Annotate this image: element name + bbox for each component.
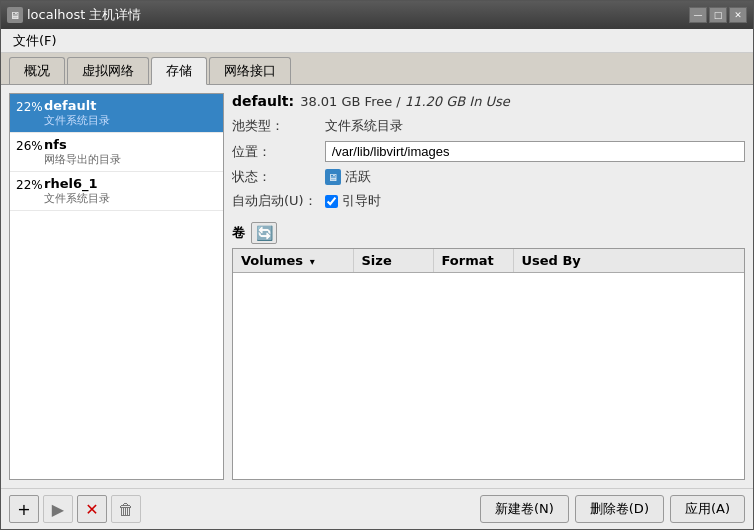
- main-window: 🖥 localhost 主机详情 — □ ✕ 文件(F) 概况 虚拟网络 存储 …: [0, 0, 754, 530]
- volumes-header: 卷 🔄: [232, 222, 745, 244]
- apply-button[interactable]: 应用(A): [670, 495, 745, 523]
- pool-name-nfs: nfs: [44, 137, 217, 152]
- table-header-row: Volumes ▾ Size Format Used: [233, 249, 744, 273]
- pool-pct-nfs: 26%: [16, 137, 44, 153]
- pool-type-default: 文件系统目录: [44, 113, 217, 128]
- minimize-button[interactable]: —: [689, 7, 707, 23]
- detail-pool-name: default:: [232, 93, 294, 109]
- close-button[interactable]: ✕: [729, 7, 747, 23]
- pool-item-default[interactable]: 22% default 文件系统目录: [10, 94, 223, 133]
- maximize-button[interactable]: □: [709, 7, 727, 23]
- menubar: 文件(F): [1, 29, 753, 53]
- pool-type-nfs: 网络导出的目录: [44, 152, 217, 167]
- tab-virtual-network[interactable]: 虚拟网络: [67, 57, 149, 84]
- bottom-left-buttons: + ▶ ✕ 🗑: [9, 495, 141, 523]
- pool-type-value: 文件系统目录: [325, 117, 745, 135]
- sort-arrow-volumes: ▾: [310, 256, 315, 267]
- state-text: 活跃: [345, 168, 371, 186]
- location-input[interactable]: [325, 141, 745, 162]
- tab-overview[interactable]: 概况: [9, 57, 65, 84]
- state-label: 状态：: [232, 168, 317, 186]
- pool-name-rhel6-1: rhel6_1: [44, 176, 217, 191]
- location-value: [325, 141, 745, 162]
- refresh-button[interactable]: 🔄: [251, 222, 277, 244]
- tab-storage[interactable]: 存储: [151, 57, 207, 85]
- pool-name-default: default: [44, 98, 217, 113]
- pool-header: default: 38.01 GB Free / 11.20 GB In Use: [232, 93, 745, 109]
- delete-pool-button[interactable]: 🗑: [111, 495, 141, 523]
- state-value: 🖥 活跃: [325, 168, 745, 186]
- window-icon: 🖥: [7, 7, 23, 23]
- location-label: 位置：: [232, 141, 317, 162]
- volumes-table: Volumes ▾ Size Format Used: [233, 249, 744, 273]
- bottom-bar: + ▶ ✕ 🗑 新建卷(N) 删除卷(D) 应用(A): [1, 488, 753, 529]
- autostart-text: 引导时: [342, 192, 381, 210]
- window-title: localhost 主机详情: [27, 6, 142, 24]
- detail-free-text: 38.01 GB Free / 11.20 GB In Use: [300, 94, 510, 109]
- autostart-value: 引导时: [325, 192, 745, 210]
- pool-item-rhel6-1[interactable]: 22% rhel6_1 文件系统目录: [10, 172, 223, 211]
- pool-item-nfs[interactable]: 26% nfs 网络导出的目录: [10, 133, 223, 172]
- title-bar-controls: — □ ✕: [689, 7, 747, 23]
- title-bar-left: 🖥 localhost 主机详情: [7, 6, 142, 24]
- bottom-right-buttons: 新建卷(N) 删除卷(D) 应用(A): [480, 495, 745, 523]
- col-header-usedby[interactable]: Used By: [513, 249, 744, 273]
- stop-pool-button[interactable]: ✕: [77, 495, 107, 523]
- status-active-icon: 🖥: [325, 169, 341, 185]
- autostart-label: 自动启动(U)：: [232, 192, 317, 210]
- pool-list: 22% default 文件系统目录 26% nfs 网络导出的目录 22% r…: [9, 93, 224, 480]
- pool-pct-default: 22%: [16, 98, 44, 114]
- new-volume-button[interactable]: 新建卷(N): [480, 495, 569, 523]
- col-header-format[interactable]: Format: [433, 249, 513, 273]
- menu-file[interactable]: 文件(F): [7, 30, 63, 52]
- details-grid: 池类型： 文件系统目录 位置： 状态： 🖥 活跃 自动启动(U)：: [232, 117, 745, 210]
- autostart-checkbox[interactable]: [325, 195, 338, 208]
- volumes-table-container: Volumes ▾ Size Format Used: [232, 248, 745, 480]
- pool-detail-panel: default: 38.01 GB Free / 11.20 GB In Use…: [232, 93, 745, 480]
- pool-type-label: 池类型：: [232, 117, 317, 135]
- add-pool-button[interactable]: +: [9, 495, 39, 523]
- volumes-label: 卷: [232, 224, 245, 242]
- start-pool-button[interactable]: ▶: [43, 495, 73, 523]
- main-content: 22% default 文件系统目录 26% nfs 网络导出的目录 22% r…: [1, 85, 753, 488]
- pool-type-rhel6-1: 文件系统目录: [44, 191, 217, 206]
- col-header-size[interactable]: Size: [353, 249, 433, 273]
- pool-pct-rhel6-1: 22%: [16, 176, 44, 192]
- volumes-section: 卷 🔄 Volumes ▾ Size: [232, 222, 745, 480]
- col-header-volumes[interactable]: Volumes ▾: [233, 249, 353, 273]
- tab-network-interface[interactable]: 网络接口: [209, 57, 291, 84]
- tab-bar: 概况 虚拟网络 存储 网络接口: [1, 53, 753, 85]
- delete-volume-button[interactable]: 删除卷(D): [575, 495, 664, 523]
- title-bar: 🖥 localhost 主机详情 — □ ✕: [1, 1, 753, 29]
